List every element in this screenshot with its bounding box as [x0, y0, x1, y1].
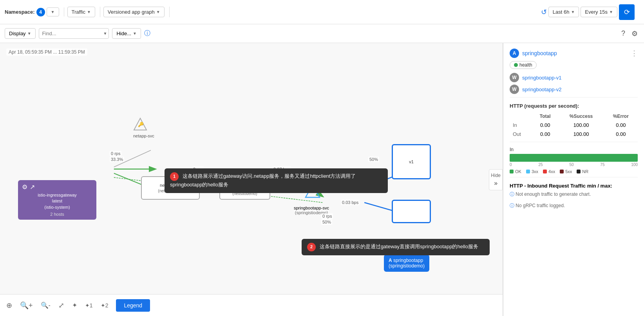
versioned-app-group: Versioned app graph ▼: [103, 7, 170, 17]
legend-3xx: 3xx: [526, 169, 538, 174]
refresh-interval-label: Every 15s: [585, 9, 608, 15]
settings-icon[interactable]: ⚙: [630, 28, 639, 40]
layout-icon[interactable]: ✦: [72, 302, 77, 309]
tooltip-2: 2 这条链路直接展示的是通过gateway直接调用springbootapp的h…: [302, 239, 490, 255]
history-icon: ↺: [541, 8, 547, 16]
legend-ok: OK: [510, 169, 521, 174]
netapp-svc-top-node[interactable]: 🔑 netapp-svc: [133, 117, 154, 138]
springbootapp-tooltip-avatar: A: [389, 258, 392, 263]
hide-chevron-icon: ▼: [133, 31, 137, 36]
legend-5xx-label: 5xx: [565, 169, 572, 174]
legend-3xx-dot: [526, 170, 530, 173]
refresh-interval-dropdown[interactable]: Every 15s ▼: [581, 7, 617, 17]
legend-4xx-dot: [543, 170, 547, 173]
health-dot-icon: [514, 63, 518, 67]
axis-25: 25: [538, 163, 543, 167]
axis-0: 0: [510, 163, 512, 167]
help-icon[interactable]: ?: [620, 28, 627, 39]
legend-4xx: 4xx: [543, 169, 555, 174]
edge-label-1-rps: 0 rps: [110, 151, 121, 156]
time-range-dropdown[interactable]: Last 6h ▼: [548, 7, 579, 17]
top-toolbar: Namespace: 4 ▼ Traffic ▼ Versioned app g…: [0, 0, 644, 24]
traffic-chevron-icon: ▼: [87, 10, 91, 14]
layout-1-icon[interactable]: ✦1: [85, 302, 93, 309]
rp-inbound-title: HTTP - Inbound Request Traffic min / max…: [510, 183, 638, 189]
rp-out-error: 0.00: [604, 130, 638, 139]
istio-gateway-node[interactable]: ⚙ ↗ istio-ingressgatewaylatest(istio-sys…: [18, 180, 96, 220]
hide-dropdown[interactable]: Hide... ▼: [112, 28, 141, 39]
rp-avatar: A: [510, 49, 519, 58]
edge-label-8-pct: 50%: [321, 219, 332, 225]
legend-nr-label: NR: [582, 169, 588, 174]
traffic-dropdown[interactable]: Traffic ▼: [67, 7, 95, 17]
rp-v2-row: W springbootapp-v2: [510, 85, 638, 94]
legend-button[interactable]: Legend: [116, 299, 150, 312]
axis-100: 100: [631, 163, 638, 167]
health-badge: health: [510, 61, 537, 69]
svg-text:🔑: 🔑: [138, 121, 144, 127]
rp-more-icon[interactable]: ⋮: [631, 49, 638, 58]
display-chevron-icon: ▼: [27, 31, 31, 36]
legend-3xx-label: 3xx: [532, 169, 538, 174]
rp-title-row: A springbootapp: [510, 49, 557, 58]
versioned-app-chevron-icon: ▼: [156, 10, 160, 14]
rp-inbound-note-text: Not enough traffic to generate chart.: [516, 191, 591, 197]
zoom-in-icon[interactable]: 🔍+: [20, 301, 33, 310]
rp-th-total: Total: [532, 112, 558, 121]
springbootapp-v1-node[interactable]: v1: [392, 144, 431, 179]
display-dropdown[interactable]: Display ▼: [5, 28, 36, 39]
edge-label-7-bps: 0.03 bps: [341, 200, 360, 205]
time-controls: ↺ Last 6h ▼ Every 15s ▼ ⟳: [541, 4, 639, 20]
rp-out-success: 100.00: [558, 130, 604, 139]
traffic-label: Traffic: [72, 9, 85, 15]
versioned-app-dropdown[interactable]: Versioned app graph ▼: [103, 7, 165, 17]
refresh-button[interactable]: ⟳: [619, 4, 635, 20]
rp-http-title: HTTP (requests per second):: [510, 103, 638, 109]
springbootapp-tooltip: A springbootapp(springistiodemo): [384, 255, 429, 272]
rp-in-success: 100.00: [558, 121, 604, 130]
find-input[interactable]: [41, 29, 103, 38]
grpc-info-icon: ⓘ: [510, 203, 514, 208]
move-icon[interactable]: ⊕: [6, 301, 12, 310]
fit-icon[interactable]: ⤢: [58, 301, 64, 310]
settings-gateway-icon: ⚙: [22, 183, 27, 191]
versioned-app-label: Versioned app graph: [108, 9, 155, 15]
rp-app-name: springbootapp: [522, 50, 557, 56]
hide-panel-text: Hide: [491, 173, 501, 178]
refresh-chevron-icon: ▼: [609, 10, 613, 14]
legend-ok-dot: [510, 170, 514, 173]
layout-2-icon[interactable]: ✦2: [101, 302, 109, 309]
bottom-toolbar: ⊕ 🔍+ 🔍- ⤢ ✦ ✦1 ✦2 Legend: [0, 294, 503, 316]
rp-inbound-note: ⓘ Not enough traffic to generate chart.: [510, 191, 638, 198]
springbootapp-v2-node[interactable]: [392, 200, 431, 223]
tooltip-1: 1 这条链路展示通过gateway访问.netapp服务，服务又通过httpcl…: [165, 168, 388, 193]
axis-50: 50: [569, 163, 573, 167]
find-input-wrap: ▼: [39, 28, 109, 39]
info-icon[interactable]: ⓘ: [144, 29, 150, 38]
legend-5xx-dot: [560, 170, 564, 173]
rp-in-error: 0.00: [604, 121, 638, 130]
zoom-out-icon[interactable]: 🔍-: [41, 302, 51, 309]
rp-v2-name[interactable]: springbootapp-v2: [522, 87, 561, 92]
namespace-group: Namespace: 4 ▼: [5, 7, 64, 16]
springbootapp-tooltip-text: springbootapp(springistiodemo): [389, 258, 425, 269]
hide-panel[interactable]: Hide »: [489, 169, 503, 190]
chart-in-label: In: [510, 147, 638, 152]
namespace-dropdown[interactable]: ▼: [47, 7, 59, 16]
health-badge-row: health: [510, 61, 638, 69]
arrow-gateway-icon: ↗: [30, 183, 35, 191]
tooltip-1-number: 1: [170, 172, 179, 181]
rp-http-table: Total %Success %Error In 0.00 100.00 0.0…: [510, 112, 638, 139]
springbootapp-v1-label: v1: [409, 159, 414, 164]
gateway-icons: ⚙ ↗: [22, 183, 92, 191]
rp-grpc-note: ⓘ No gRPC traffic logged.: [510, 202, 638, 209]
rp-v1-name[interactable]: springbootapp-v1: [522, 75, 561, 81]
rp-header: A springbootapp ⋮: [510, 49, 638, 58]
tooltip-2-number: 2: [307, 243, 316, 251]
rp-in-total: 0.00: [532, 121, 558, 130]
traffic-group: Traffic ▼: [67, 7, 100, 17]
find-chevron-icon: ▼: [103, 31, 107, 36]
hide-panel-arrow-icon: »: [494, 180, 497, 187]
bar-ok: [510, 154, 638, 162]
namespace-chevron-icon: ▼: [51, 10, 55, 14]
